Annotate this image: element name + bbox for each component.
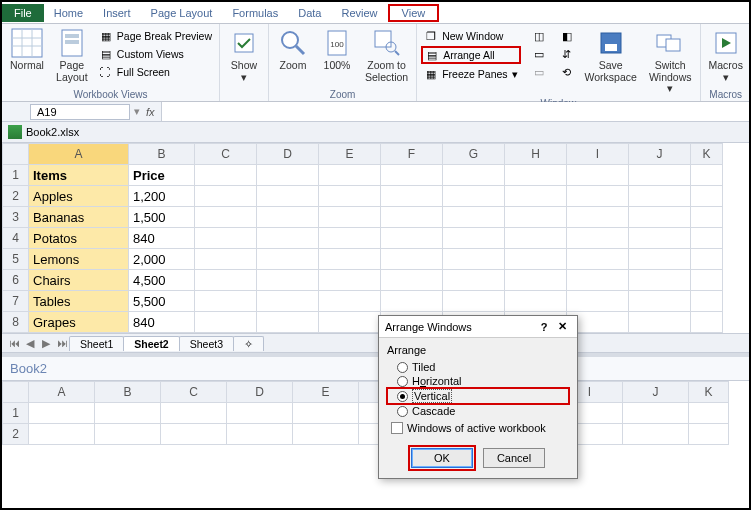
cell[interactable]: [443, 207, 505, 228]
row-header[interactable]: 6: [3, 270, 29, 291]
tab-view[interactable]: View: [388, 4, 440, 22]
cell[interactable]: [567, 186, 629, 207]
row-header[interactable]: 7: [3, 291, 29, 312]
col-header-E[interactable]: E: [319, 144, 381, 165]
cell[interactable]: [629, 270, 691, 291]
tab-home[interactable]: Home: [44, 4, 93, 22]
hide-button[interactable]: ▭: [529, 46, 549, 62]
cell[interactable]: [567, 228, 629, 249]
cell[interactable]: [691, 186, 723, 207]
dialog-help-button[interactable]: ?: [535, 321, 553, 333]
cell[interactable]: 2,000: [129, 249, 195, 270]
cell[interactable]: [505, 186, 567, 207]
col-header-H[interactable]: H: [505, 144, 567, 165]
sheet-nav-prev[interactable]: ◀: [22, 337, 38, 350]
cell[interactable]: [381, 165, 443, 186]
cell[interactable]: [257, 291, 319, 312]
cell[interactable]: 840: [129, 312, 195, 333]
cell[interactable]: [629, 186, 691, 207]
cell[interactable]: [319, 207, 381, 228]
cell[interactable]: [257, 312, 319, 333]
cell[interactable]: [623, 424, 689, 445]
cell[interactable]: [567, 165, 629, 186]
sheet-nav-first[interactable]: ⏮: [6, 337, 22, 349]
tab-review[interactable]: Review: [331, 4, 387, 22]
cell[interactable]: [689, 403, 729, 424]
cell[interactable]: [161, 424, 227, 445]
cell[interactable]: [629, 165, 691, 186]
cell[interactable]: [381, 207, 443, 228]
macros-button[interactable]: Macros▾: [705, 26, 747, 85]
col-header-B[interactable]: B: [95, 382, 161, 403]
full-screen-button[interactable]: ⛶Full Screen: [96, 64, 215, 80]
cell[interactable]: 4,500: [129, 270, 195, 291]
sync-scroll-button[interactable]: ⇵: [557, 46, 577, 62]
cell[interactable]: Lemons: [29, 249, 129, 270]
cell[interactable]: [629, 291, 691, 312]
dialog-close-button[interactable]: ✕: [553, 320, 571, 333]
sheet-nav-next[interactable]: ▶: [38, 337, 54, 350]
cell[interactable]: [567, 207, 629, 228]
cell[interactable]: Apples: [29, 186, 129, 207]
cell[interactable]: [257, 207, 319, 228]
page-break-preview-button[interactable]: ▦Page Break Preview: [96, 28, 215, 44]
cell[interactable]: [195, 270, 257, 291]
sheet-tab-3[interactable]: Sheet3: [179, 336, 234, 351]
cell[interactable]: [629, 249, 691, 270]
cell[interactable]: Potatos: [29, 228, 129, 249]
cell[interactable]: [567, 249, 629, 270]
col-header-C[interactable]: C: [195, 144, 257, 165]
view-side-by-side-button[interactable]: ◧: [557, 28, 577, 44]
cell[interactable]: [293, 424, 359, 445]
cell[interactable]: [319, 228, 381, 249]
cell[interactable]: [161, 403, 227, 424]
row-header[interactable]: 5: [3, 249, 29, 270]
cell[interactable]: [443, 249, 505, 270]
worksheet-grid-2[interactable]: ABCDEFGHIJK 12: [2, 381, 729, 445]
cell[interactable]: [319, 165, 381, 186]
cell[interactable]: [691, 270, 723, 291]
row-header[interactable]: 4: [3, 228, 29, 249]
cell[interactable]: [95, 424, 161, 445]
col-header-F[interactable]: F: [381, 144, 443, 165]
cell[interactable]: [195, 312, 257, 333]
cell[interactable]: Grapes: [29, 312, 129, 333]
cell[interactable]: [629, 228, 691, 249]
cell[interactable]: Items: [29, 165, 129, 186]
reset-position-button[interactable]: ⟲: [557, 64, 577, 80]
cell[interactable]: [257, 186, 319, 207]
split-button[interactable]: ◫: [529, 28, 549, 44]
cell[interactable]: [505, 270, 567, 291]
custom-views-button[interactable]: ▤Custom Views: [96, 46, 215, 62]
cell[interactable]: [443, 228, 505, 249]
cell[interactable]: [691, 249, 723, 270]
cell[interactable]: [381, 228, 443, 249]
cell[interactable]: [691, 165, 723, 186]
cell[interactable]: 840: [129, 228, 195, 249]
tab-insert[interactable]: Insert: [93, 4, 141, 22]
cell[interactable]: [443, 186, 505, 207]
cell[interactable]: [505, 207, 567, 228]
cell[interactable]: [691, 291, 723, 312]
save-workspace-button[interactable]: Save Workspace: [581, 26, 641, 85]
cell[interactable]: [257, 228, 319, 249]
row-header[interactable]: 3: [3, 207, 29, 228]
row-header[interactable]: 8: [3, 312, 29, 333]
cell[interactable]: [257, 270, 319, 291]
select-all-cell[interactable]: [3, 144, 29, 165]
cell[interactable]: Price: [129, 165, 195, 186]
cell[interactable]: [629, 207, 691, 228]
tab-file[interactable]: File: [2, 4, 44, 22]
sheet-nav-last[interactable]: ⏭: [54, 337, 70, 349]
show-button[interactable]: Show▾: [224, 26, 264, 85]
cell[interactable]: [95, 403, 161, 424]
select-all-cell-2[interactable]: [3, 382, 29, 403]
cell[interactable]: [195, 228, 257, 249]
arrange-all-button[interactable]: ▤Arrange All: [421, 46, 520, 64]
cell[interactable]: [195, 291, 257, 312]
page-layout-button[interactable]: Page Layout: [52, 26, 92, 85]
row-header[interactable]: 2: [3, 424, 29, 445]
cell[interactable]: Chairs: [29, 270, 129, 291]
cell[interactable]: [443, 291, 505, 312]
col-header-C[interactable]: C: [161, 382, 227, 403]
